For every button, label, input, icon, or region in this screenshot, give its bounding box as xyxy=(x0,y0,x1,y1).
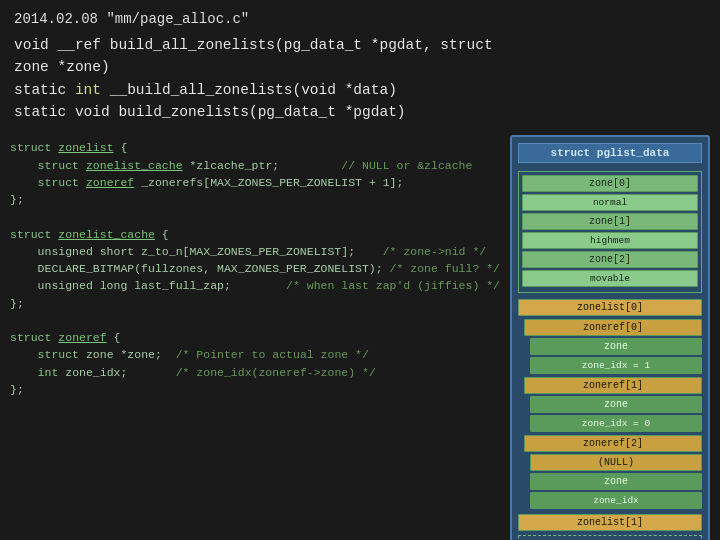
code-line: struct zone *zone; /* Pointer to actual … xyxy=(10,346,500,363)
zoneref0-zone: zone xyxy=(530,338,702,355)
zone1-box: zone[1] xyxy=(522,213,698,230)
code-line: }; xyxy=(10,191,500,208)
code-line-4: static void build_zonelists(pg_data_t *p… xyxy=(14,101,706,123)
code-line-2: zone *zone) xyxy=(14,56,706,78)
code-line: unsigned long last_full_zap; /* when las… xyxy=(10,277,500,294)
zoneref0-label: zoneref[0] xyxy=(524,319,702,336)
zoneref1-idx: zone_idx = 0 xyxy=(530,415,702,432)
zoneref2-zone: zone xyxy=(530,473,702,490)
zonelist0-box: zonelist[0] xyxy=(518,299,702,316)
code-line-1: void __ref build_all_zonelists(pg_data_t… xyxy=(14,34,706,56)
code-line: struct zonelist_cache { xyxy=(10,226,500,243)
header-code: void __ref build_all_zonelists(pg_data_t… xyxy=(14,34,706,124)
header-section: 2014.02.08 "mm/page_alloc.c" void __ref … xyxy=(0,0,720,129)
zoneref2-null: (NULL) xyxy=(530,454,702,471)
code-line: int zone_idx; /* zone_idx(zoneref->zone)… xyxy=(10,364,500,381)
code-line: }; xyxy=(10,295,500,312)
movable-box: movable xyxy=(522,270,698,287)
code-line: struct zonelist_cache *zlcache_ptr; // N… xyxy=(10,157,500,174)
zone0-box: zone[0] xyxy=(522,175,698,192)
highmem-box: highmem xyxy=(522,232,698,249)
code-line: }; xyxy=(10,381,500,398)
zoneref1-label: zoneref[1] xyxy=(524,377,702,394)
code-line: struct zoneref _zonerefs[MAX_ZONES_PER_Z… xyxy=(10,174,500,191)
zone2-box: zone[2] xyxy=(522,251,698,268)
zoneref2-idx: zone_idx xyxy=(530,492,702,509)
code-line: unsigned short z_to_n[MAX_ZONES_PER_ZONE… xyxy=(10,243,500,260)
diagram-panel: struct pglist_data zone[0] normal zone[1… xyxy=(510,135,710,540)
code-line xyxy=(10,208,500,225)
zoneref2-label: zoneref[2] xyxy=(524,435,702,452)
header-date: 2014.02.08 "mm/page_alloc.c" xyxy=(14,10,706,30)
code-line: struct zoneref { xyxy=(10,329,500,346)
code-line-3: static int __build_all_zonelists(void *d… xyxy=(14,79,706,101)
zoneref0-idx: zone_idx = 1 xyxy=(530,357,702,374)
more-box: ... xyxy=(518,535,702,540)
normal-box: normal xyxy=(522,194,698,211)
code-line: DECLARE_BITMAP(fullzones, MAX_ZONES_PER_… xyxy=(10,260,500,277)
main-container: 2014.02.08 "mm/page_alloc.c" void __ref … xyxy=(0,0,720,540)
code-panel: struct zonelist { struct zonelist_cache … xyxy=(10,135,500,540)
zonelist1-box: zonelist[1] xyxy=(518,514,702,531)
content-area: struct zonelist { struct zonelist_cache … xyxy=(0,129,720,540)
code-line: struct zonelist { xyxy=(10,139,500,156)
code-line xyxy=(10,312,500,329)
diagram-title: struct pglist_data xyxy=(518,143,702,163)
zoneref1-zone: zone xyxy=(530,396,702,413)
